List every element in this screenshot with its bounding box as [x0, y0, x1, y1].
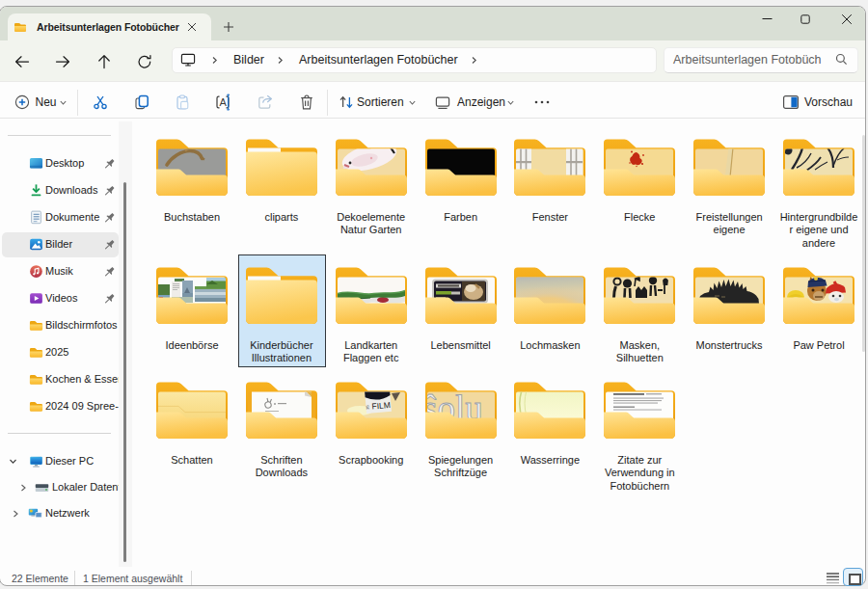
svg-text:A: A — [220, 96, 228, 108]
svg-text:FILM: FILM — [371, 400, 391, 412]
